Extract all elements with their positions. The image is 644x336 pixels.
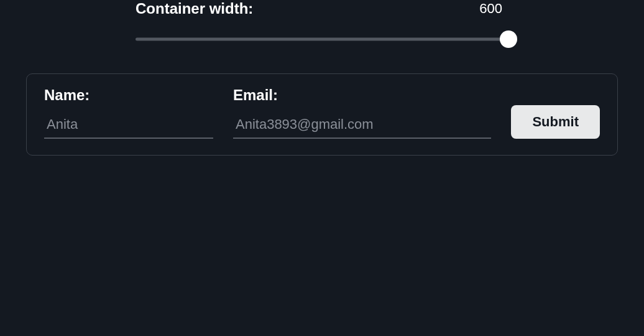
submit-button[interactable]: Submit <box>511 105 600 139</box>
name-input[interactable] <box>44 113 213 139</box>
slider-rail <box>136 38 508 41</box>
slider-thumb[interactable] <box>500 30 517 48</box>
name-label: Name: <box>44 86 213 104</box>
container-width-value: 600 <box>479 1 508 17</box>
slider-section: Container width: 600 <box>0 0 644 49</box>
form-container: Name: Email: Submit <box>26 73 618 156</box>
container-width-label: Container width: <box>136 0 253 17</box>
name-field-group: Name: <box>44 86 213 139</box>
email-label: Email: <box>233 86 491 104</box>
container-width-slider[interactable] <box>136 30 508 49</box>
email-input[interactable] <box>233 113 491 139</box>
email-field-group: Email: <box>233 86 491 139</box>
slider-header: Container width: 600 <box>136 0 508 17</box>
